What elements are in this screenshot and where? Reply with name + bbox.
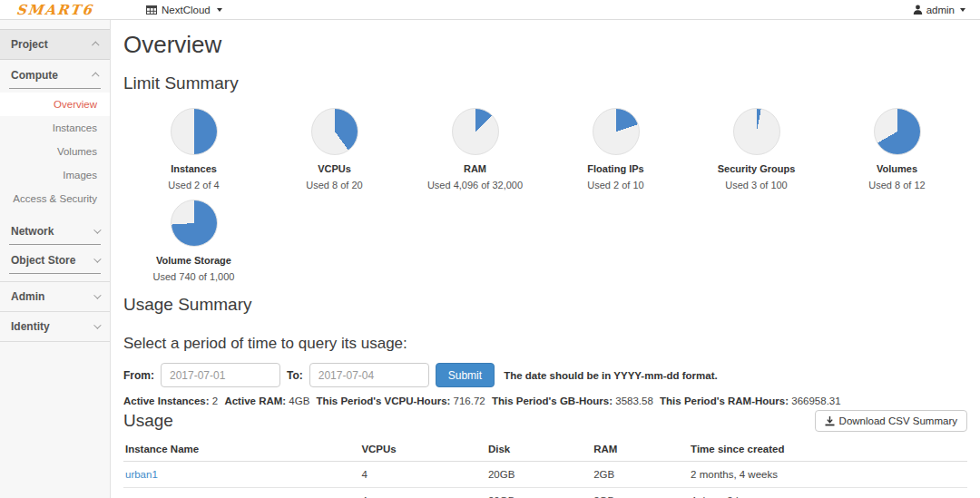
cell-ram: 2GB [592,488,689,498]
table-row: urban1 4 20GB 2GB 2 months, 4 weeks [123,462,967,488]
pie-chart-ram [452,108,499,155]
pie-chart-security-groups [733,108,780,155]
sidebar-section-identity[interactable]: Identity [0,311,110,342]
date-format-hint: The date should be in YYYY-mm-dd format. [504,370,718,381]
stat-value: 4GB [289,395,309,406]
sidebar-section-label: Compute [11,69,58,82]
limit-card-security-groups: Security Groups Used 3 of 100 [686,108,827,190]
from-label: From: [123,369,154,382]
limit-card-vcpus: VCPUs Used 8 of 20 [264,108,405,190]
sidebar-section-network[interactable]: Network [9,216,101,245]
stat-label: This Period's VCPU-Hours: [317,395,451,406]
app-logo[interactable]: SMART6 [0,2,134,18]
stat-label: This Period's GB-Hours: [492,395,612,406]
pie-chart-vcpus [311,108,358,155]
sidebar-section-object-store[interactable]: Object Store [9,245,101,274]
usage-summary-title: Usage Summary [123,295,967,315]
sidebar-section-label: Project [11,38,48,51]
cell-vcpus: 4 [359,462,486,488]
pie-chart-volume-storage [171,200,218,247]
chevron-down-icon [93,291,101,298]
download-csv-button[interactable]: Download CSV Summary [815,410,967,432]
sidebar-item-access-security[interactable]: Access & Security [0,187,110,210]
cell-vcpus: 4 [359,488,486,498]
usage-table: Instance Name VCPUs Disk RAM Time since … [123,437,967,498]
limit-summary-title: Limit Summary [123,73,967,93]
project-selector-dropdown[interactable]: NextCloud [146,5,222,15]
col-time-since-created: Time since created [689,437,967,462]
project-selector-label: NextCloud [162,5,211,15]
chevron-down-icon [93,321,101,328]
sidebar-section-admin[interactable]: Admin [0,281,110,311]
pie-label: Floating IPs [587,163,643,174]
pie-label: Volume Storage [156,255,231,266]
pie-caption: Used 8 of 20 [306,180,362,190]
sidebar-section-compute[interactable]: Compute [9,60,101,89]
pie-label: RAM [464,163,486,174]
limit-summary-row-1: Instances Used 2 of 4 VCPUs Used 8 of 20… [123,108,967,190]
col-instance-name: Instance Name [123,437,359,462]
user-menu-label: admin [926,5,955,15]
limit-card-volume-storage: Volume Storage Used 740 of 1,000 [123,200,264,282]
pie-caption: Used 3 of 100 [725,180,788,190]
chevron-down-icon [960,8,965,12]
stat-value: 3583.58 [615,395,653,406]
cell-created: 4 days, 2 hours [689,488,967,498]
instance-link[interactable]: urban1 [125,469,158,480]
pie-caption: Used 4,096 of 32,000 [427,180,523,190]
pie-label: Instances [171,163,217,174]
stat-label: Active Instances: [123,395,210,406]
topbar: SMART6 NextCloud admin [0,0,980,20]
from-date-input[interactable] [161,363,280,387]
usage-stats-line: Active Instances: 2 Active RAM: 4GB This… [123,395,967,406]
pie-caption: Used 8 of 12 [868,180,925,190]
download-csv-label: Download CSV Summary [839,415,957,426]
user-menu-dropdown[interactable]: admin [913,5,980,15]
col-disk: Disk [486,437,592,462]
chevron-up-icon [92,72,99,79]
pie-label: VCPUs [318,163,351,174]
pie-caption: Used 2 of 4 [168,180,219,190]
page-title: Overview [123,31,967,59]
stat-label: Active RAM: [224,395,286,406]
sidebar-item-images[interactable]: Images [0,163,110,187]
sidebar: Project Compute Overview Instances Volum… [0,20,111,498]
pie-chart-floating-ips [593,108,640,155]
grid-icon [146,5,157,15]
to-label: To: [287,369,303,382]
download-icon [825,416,835,426]
sidebar-section-label: Object Store [11,254,75,267]
stat-value: 366958.31 [791,395,840,406]
usage-period-subtitle: Select a period of time to query its usa… [123,335,967,353]
cell-created: 2 months, 4 weeks [689,462,967,488]
chevron-up-icon [92,41,99,48]
limit-card-volumes: Volumes Used 8 of 12 [827,108,967,190]
usage-table-header-bar: Usage Download CSV Summary [123,410,967,432]
col-vcpus: VCPUs [359,437,486,462]
stat-value: 2 [212,395,218,406]
to-date-input[interactable] [309,363,429,387]
sidebar-compute-links: Overview Instances Volumes Images Access… [0,89,110,216]
limit-card-ram: RAM Used 4,096 of 32,000 [405,108,545,190]
user-icon [913,5,923,15]
main-content: Overview Limit Summary Instances Used 2 … [111,20,980,498]
stat-value: 716.72 [454,395,485,406]
usage-title: Usage [123,411,173,431]
cell-ram: 2GB [592,462,689,488]
sidebar-section-label: Network [11,225,54,238]
cell-disk: 20GB [486,488,592,498]
sidebar-section-label: Admin [11,290,44,303]
table-row: nc 4 20GB 2GB 4 days, 2 hours [123,488,967,498]
sidebar-item-instances[interactable]: Instances [0,116,110,140]
chevron-down-icon [93,226,101,233]
usage-table-header-row: Instance Name VCPUs Disk RAM Time since … [123,437,967,462]
sidebar-section-project[interactable]: Project [0,29,110,60]
submit-button[interactable]: Submit [436,363,495,387]
pie-caption: Used 2 of 10 [587,180,643,190]
sidebar-item-volumes[interactable]: Volumes [0,140,110,163]
sidebar-item-overview[interactable]: Overview [0,93,110,116]
limit-card-floating-ips: Floating IPs Used 2 of 10 [545,108,686,190]
chevron-down-icon [217,8,222,12]
limit-card-instances: Instances Used 2 of 4 [123,108,264,190]
col-ram: RAM [592,437,689,462]
